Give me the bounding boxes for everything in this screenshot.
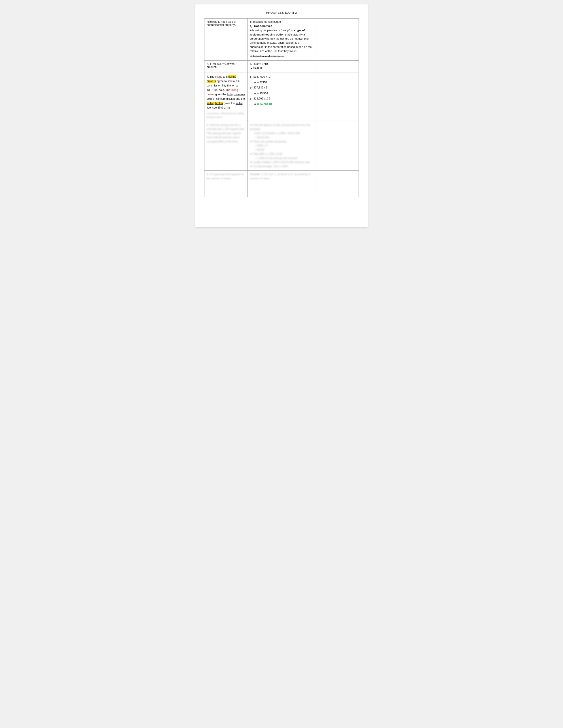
- blurred-answer-3: = $115,200: [255, 135, 315, 140]
- arrow-icon: ➤: [250, 86, 252, 90]
- answer-item-2: ➤ $4,000: [250, 67, 315, 70]
- blurred-answer-1: ➤ Find the figures on the annual income …: [250, 123, 315, 131]
- blank-cell: [317, 73, 359, 121]
- bullet-o: o: [254, 80, 256, 85]
- table-row: 7. The listing and selling brokers agree…: [204, 73, 359, 121]
- final-answer: = $4,748.10: [257, 102, 272, 107]
- answer-cell: b) Institutional real estate c) Cooperat…: [247, 19, 317, 61]
- exam-page: PROGRESS EXAM 2 following is not a type …: [195, 4, 368, 227]
- arrow-icon: ➤: [250, 97, 252, 101]
- exam-table: following is not a type of nonresidentia…: [204, 18, 359, 197]
- answer-text: $13,566 x .35: [253, 96, 270, 101]
- blurred-q-number: 9.: [207, 173, 209, 176]
- blurred-answer-7: ➤ Take $66 x 1,150 x 6.00: [250, 152, 315, 156]
- answer-label-b: b): [250, 20, 252, 23]
- table-row-blurred-2: 9. An appraisal that appeals to the opin…: [204, 170, 359, 197]
- question-text-normal: The: [210, 75, 215, 78]
- blurred-answer-2: - 6.00 x 12 months x 1,600 = $115,200: [252, 131, 315, 135]
- listing-licensee-text: listing licensee: [227, 93, 245, 96]
- answer-item-b: b) Institutional real estate: [250, 20, 315, 23]
- question-text-normal7: 35% of his: [217, 106, 230, 109]
- page-title: PROGRESS EXAM 2: [204, 11, 359, 14]
- answer-item-1: ➤ Is/of = x /100: [250, 62, 315, 66]
- question-text: $140 is 3.5% of what amount?: [207, 62, 235, 69]
- sub-item-3: o = $4,748.10: [254, 102, 315, 107]
- question-text: following is not a type of nonresidentia…: [207, 20, 236, 26]
- question-text-normal6: gives the: [223, 102, 235, 105]
- blank-cell: [317, 60, 359, 73]
- answer-text: $27,132 / 2: [253, 85, 267, 90]
- blank-cell: [317, 19, 359, 61]
- listing-highlight: listing: [215, 75, 222, 78]
- sub-text: = 27132: [257, 80, 267, 85]
- bullet-o: o: [254, 102, 256, 107]
- answer-label-c: c) Cooperatives: [250, 24, 272, 28]
- table-row-blurred: 8. Find the annual rent for a unit that …: [204, 121, 359, 170]
- arrow-icon: ➤: [250, 67, 252, 70]
- blurred-question-extra: commission. What does the selling licens…: [207, 112, 245, 119]
- blurred-answer-6: = $0.00: [255, 148, 315, 152]
- question-cell: following is not a type of nonresidentia…: [204, 19, 248, 61]
- question-text-normal5: 30% of his commission and the: [207, 97, 245, 100]
- question-cell: 6. $140 is 3.5% of what amount?: [204, 60, 248, 73]
- answer-cell-blurred: ➤ Find the figures on the annual income …: [247, 121, 317, 170]
- answer-item-c: c) Cooperatives: [250, 24, 315, 28]
- question-cell-blurred-2: 9. An appraisal that appeals to the opin…: [204, 170, 248, 197]
- question-cell: 7. The listing and selling brokers agree…: [204, 73, 248, 121]
- answer-b-text: Institutional real estate: [253, 20, 281, 23]
- answer-item-1: ➤ $387,600 x .07: [250, 75, 315, 79]
- blurred-question-number: 8.: [207, 124, 209, 127]
- question-cell-blurred: 8. Find the annual rent for a unit that …: [204, 121, 248, 170]
- answer-cell: ➤ Is/of = x /100 ➤ $4,000: [247, 60, 317, 73]
- answer-d-text: Industrial and warehouse: [253, 55, 284, 58]
- blank-cell-blurred-2: [317, 170, 359, 197]
- blurred-answer-10: ➤ For percentage: 115 x 115%: [250, 164, 315, 169]
- question-number: 6.: [207, 62, 209, 66]
- answer-text: $4,000: [253, 67, 262, 70]
- answer-paragraph: A housing cooperative or "co-op" is a ty…: [250, 28, 315, 53]
- answer-text: Is/of = x /100: [253, 62, 269, 66]
- table-row: following is not a type of nonresidentia…: [204, 19, 359, 61]
- answer-cell-blurred-2: Answer: 1-1% and 2. produce of 2. accoun…: [247, 170, 317, 197]
- blurred-answer-4: ➤ There are partial vacancies:: [250, 140, 315, 144]
- arrow-icon: ➤: [250, 75, 252, 79]
- answer-item-d: d) Industrial and warehouse: [250, 55, 315, 58]
- answer-label-d: d): [250, 55, 252, 58]
- blank-cell-blurred: [317, 121, 359, 170]
- answer-cell: ➤ $387,600 x .07 o = 27132 ➤ $27,132 / 2…: [247, 73, 317, 121]
- sub-item-1: o = 27132: [254, 80, 315, 85]
- question-text-normal2: and: [222, 75, 228, 78]
- sub-item-2: o = 13,566: [254, 91, 315, 96]
- question-number: 7.: [207, 75, 209, 78]
- answer-text: $387,600 x .07: [253, 75, 272, 79]
- blurred-answer-9: ➤ Lastly multiply 1,500 to $115,200 vaca…: [250, 160, 315, 164]
- blurred-answer-8: = 1,500 for the annual rent income: [255, 156, 315, 160]
- question-text-normal4: gives the: [214, 93, 227, 96]
- arrow-icon: ➤: [250, 63, 252, 66]
- blurred-answer-5: = 88% x 3: [255, 144, 315, 148]
- selling-broker-highlight: selling broker: [207, 102, 223, 105]
- bullet-o: o: [254, 91, 256, 96]
- answer-item-3: ➤ $13,566 x .35: [250, 96, 315, 101]
- blurred-answer-label: Answer:: [250, 173, 261, 176]
- answer-item-2: ➤ $27,132 / 2: [250, 85, 315, 90]
- sub-text: = 13,566: [257, 91, 268, 96]
- table-row: 6. $140 is 3.5% of what amount? ➤ Is/of …: [204, 60, 359, 73]
